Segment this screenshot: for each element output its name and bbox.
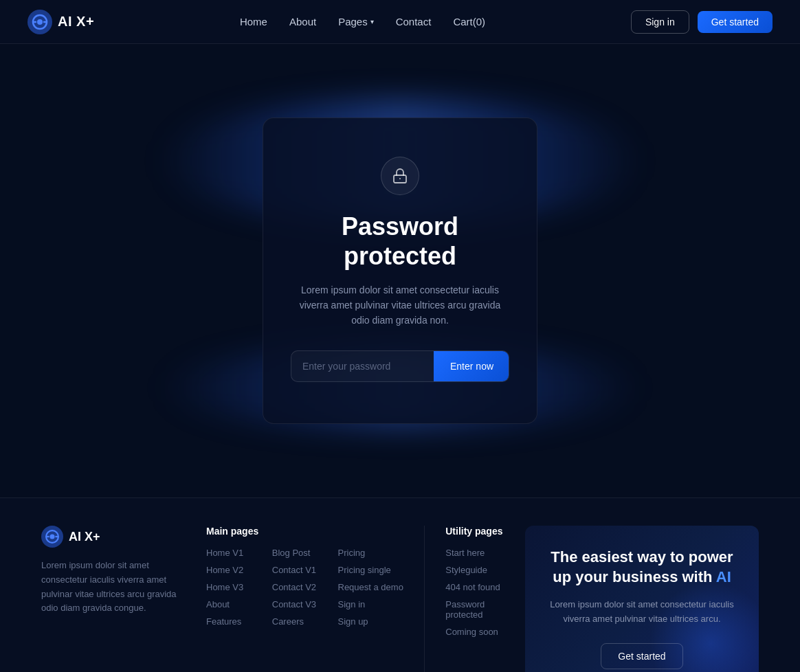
footer-nav-columns: Main pages Home V1 Home V2 Home V3 About… bbox=[206, 526, 759, 672]
footer-cta-button[interactable]: Get started bbox=[601, 643, 682, 669]
utility-pages-title: Utility pages bbox=[445, 526, 511, 537]
nav-pages[interactable]: Pages ▾ bbox=[338, 16, 374, 27]
nav-about[interactable]: About bbox=[289, 16, 316, 27]
footer-link-homev3[interactable]: Home V3 bbox=[206, 582, 272, 592]
logo-text: AI X+ bbox=[58, 14, 94, 30]
svg-point-9 bbox=[49, 534, 54, 539]
logo[interactable]: AI X+ bbox=[27, 10, 94, 34]
nav-contact[interactable]: Contact bbox=[396, 16, 432, 27]
nav-cart[interactable]: Cart(0) bbox=[453, 16, 485, 27]
navbar-actions: Sign in Get started bbox=[631, 10, 773, 34]
footer-link-contactv2[interactable]: Contact V2 bbox=[272, 582, 338, 592]
footer-logo-icon bbox=[41, 526, 63, 548]
footer-col-main3: . Pricing Pricing single Request a demo … bbox=[338, 526, 404, 672]
footer-link-homev1[interactable]: Home V1 bbox=[206, 548, 272, 558]
footer-link-about[interactable]: About bbox=[206, 599, 272, 609]
enter-button[interactable]: Enter now bbox=[434, 351, 509, 381]
footer-logo[interactable]: AI X+ bbox=[41, 526, 179, 548]
footer-link-contactv1[interactable]: Contact V1 bbox=[272, 565, 338, 575]
footer-link-pricing-single[interactable]: Pricing single bbox=[338, 565, 404, 575]
footer-link-pricing[interactable]: Pricing bbox=[338, 548, 404, 558]
footer-col-utility: Utility pages Start here Styleguide 404 … bbox=[445, 526, 511, 672]
footer-col-main2: . Blog Post Contact V1 Contact V2 Contac… bbox=[272, 526, 338, 672]
footer-top: AI X+ Lorem ipsum dolor sit amet consect… bbox=[41, 526, 759, 672]
footer-link-signin[interactable]: Sign in bbox=[338, 599, 404, 609]
chevron-down-icon: ▾ bbox=[370, 18, 374, 25]
getstarted-button[interactable]: Get started bbox=[698, 11, 773, 33]
lock-icon bbox=[392, 168, 408, 184]
nav-home[interactable]: Home bbox=[240, 16, 267, 27]
svg-point-2 bbox=[37, 19, 43, 25]
footer-link-start-here[interactable]: Start here bbox=[445, 548, 511, 558]
footer-link-signup[interactable]: Sign up bbox=[338, 616, 404, 627]
password-form: Enter now bbox=[291, 350, 509, 382]
password-input[interactable] bbox=[291, 351, 434, 381]
footer-link-homev2[interactable]: Home V2 bbox=[206, 565, 272, 575]
main-pages-title: Main pages bbox=[206, 526, 272, 537]
footer-cta-description: Lorem ipsum dolor sit amet consectetur i… bbox=[547, 598, 737, 627]
footer-cta-title: The easiest way to power up your busines… bbox=[551, 548, 733, 587]
footer-brand: AI X+ Lorem ipsum dolor sit amet consect… bbox=[41, 526, 179, 672]
lock-icon-container bbox=[381, 157, 419, 195]
footer-link-careers[interactable]: Careers bbox=[272, 616, 338, 627]
footer-link-features[interactable]: Features bbox=[206, 616, 272, 627]
signin-button[interactable]: Sign in bbox=[631, 10, 689, 34]
footer-link-contactv3[interactable]: Contact V3 bbox=[272, 599, 338, 609]
footer-link-styleguide[interactable]: Styleguide bbox=[445, 565, 511, 575]
footer-link-blogpost[interactable]: Blog Post bbox=[272, 548, 338, 558]
footer-link-request-demo[interactable]: Request a demo bbox=[338, 582, 404, 592]
footer-divider bbox=[424, 526, 425, 672]
page-description: Lorem ipsum dolor sit amet consectetur i… bbox=[291, 282, 509, 328]
footer-col-main: Main pages Home V1 Home V2 Home V3 About… bbox=[206, 526, 272, 672]
svg-point-6 bbox=[399, 178, 401, 179]
nav-links: Home About Pages ▾ Contact Cart(0) bbox=[240, 16, 485, 27]
password-card: Password protected Lorem ipsum dolor sit… bbox=[263, 117, 537, 424]
footer-cta-ai-highlight: AI bbox=[716, 568, 731, 585]
footer-brand-description: Lorem ipsum dolor sit amet consectetur i… bbox=[41, 559, 179, 616]
footer-link-coming-soon[interactable]: Coming soon bbox=[445, 627, 511, 637]
page-title: Password protected bbox=[291, 212, 509, 271]
footer-link-password-protected[interactable]: Password protected bbox=[445, 599, 511, 620]
footer: AI X+ Lorem ipsum dolor sit amet consect… bbox=[0, 497, 800, 672]
navbar: AI X+ Home About Pages ▾ Contact Cart(0)… bbox=[0, 0, 800, 44]
main-content: Password protected Lorem ipsum dolor sit… bbox=[0, 44, 800, 497]
footer-link-404[interactable]: 404 not found bbox=[445, 582, 511, 592]
logo-icon bbox=[27, 10, 52, 34]
footer-logo-text: AI X+ bbox=[69, 530, 100, 544]
footer-cta: The easiest way to power up your busines… bbox=[525, 526, 759, 672]
